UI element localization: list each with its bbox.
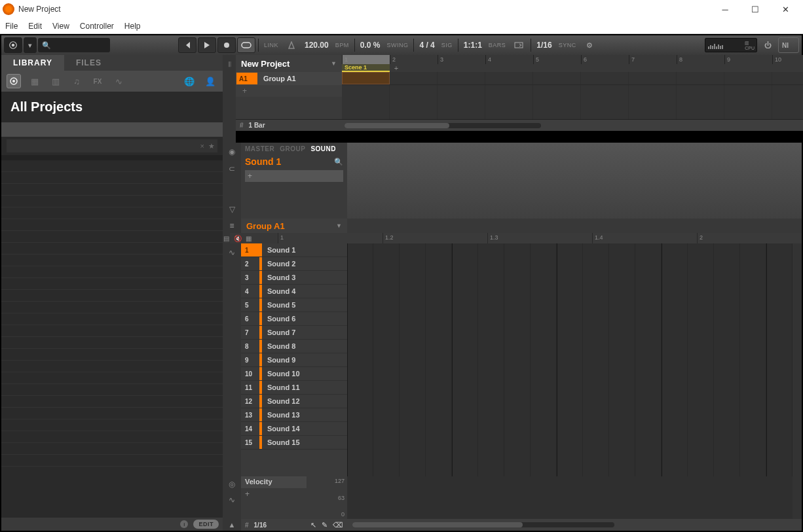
menu-view[interactable]: View bbox=[52, 22, 69, 31]
tab-group[interactable]: GROUP bbox=[280, 145, 305, 152]
sound-row[interactable]: 8Sound 8 bbox=[241, 340, 347, 353]
swing-value[interactable]: 0.0 % bbox=[358, 41, 383, 50]
window-maximize-button[interactable]: ☐ bbox=[740, 0, 770, 18]
pad-view-icon[interactable]: ▦ bbox=[246, 235, 252, 242]
sound-row[interactable]: 13Sound 13 bbox=[241, 408, 347, 422]
bpm-value[interactable]: 120.00 bbox=[302, 41, 331, 50]
add-modulation-button[interactable]: + bbox=[241, 488, 347, 500]
velocity-target-icon[interactable]: ◎ bbox=[225, 478, 238, 491]
browser-groups-icon[interactable]: ▦ bbox=[28, 74, 42, 88]
velocity-automation-icon[interactable]: ∿ bbox=[225, 493, 238, 506]
velocity-vscrollbar[interactable] bbox=[793, 476, 802, 519]
sound-row[interactable]: 14Sound 14 bbox=[241, 422, 347, 436]
browser-filter-bar[interactable]: ×★ bbox=[7, 139, 217, 152]
arranger-zoom-label[interactable]: 1 Bar bbox=[249, 122, 265, 129]
sound-header[interactable]: Sound 1 🔍 bbox=[241, 154, 347, 169]
plugin-channel-icon[interactable]: ⊂ bbox=[225, 162, 238, 175]
sound-row[interactable]: 15Sound 15 bbox=[241, 436, 347, 450]
sound-row[interactable]: 5Sound 5 bbox=[241, 298, 347, 312]
velocity-grid[interactable] bbox=[347, 476, 793, 519]
project-name-header[interactable]: New Project ▼ bbox=[236, 55, 342, 72]
sound-row[interactable]: 1Sound 1 bbox=[241, 243, 347, 257]
pattern-view-list-icon[interactable]: ≡ bbox=[223, 219, 241, 233]
edit-button[interactable]: EDIT bbox=[193, 520, 219, 529]
browser-fx-icon[interactable]: FX bbox=[90, 74, 105, 88]
browser-sounds-icon[interactable]: ▥ bbox=[48, 74, 63, 88]
record-button[interactable] bbox=[217, 37, 236, 53]
restart-button[interactable] bbox=[178, 37, 196, 53]
ni-logo[interactable]: NI bbox=[778, 37, 799, 53]
browser-instruments-icon[interactable]: ♫ bbox=[69, 74, 84, 88]
sig-value[interactable]: 4 / 4 bbox=[417, 41, 437, 50]
pattern-clip[interactable] bbox=[342, 72, 390, 84]
arranger-view-icon[interactable]: ⫴ bbox=[223, 58, 236, 71]
favorite-filter-icon[interactable]: ★ bbox=[208, 142, 215, 151]
sound-row[interactable]: 9Sound 9 bbox=[241, 353, 347, 367]
project-dropdown-icon[interactable]: ▼ bbox=[331, 60, 337, 67]
link-label[interactable]: LINK bbox=[261, 42, 281, 48]
pattern-zoom-scrollbar[interactable] bbox=[347, 519, 802, 531]
play-button[interactable] bbox=[198, 37, 216, 53]
pattern-grid-value[interactable]: 1/16 bbox=[254, 522, 267, 529]
power-button[interactable]: ⏻ bbox=[758, 37, 777, 53]
pattern-expand-icon[interactable]: ▲ bbox=[223, 519, 241, 531]
browser-samples-icon[interactable]: ∿ bbox=[111, 74, 126, 88]
pattern-ruler[interactable]: 1 1.2 1.3 1.4 2 bbox=[278, 233, 802, 243]
follow-button[interactable] bbox=[510, 37, 528, 53]
browser-results-list[interactable] bbox=[1, 155, 223, 518]
sound-row[interactable]: 4Sound 4 bbox=[241, 285, 347, 298]
window-minimize-button[interactable]: ─ bbox=[710, 0, 740, 18]
menu-help[interactable]: Help bbox=[124, 22, 141, 31]
pattern-grid-icon[interactable]: # bbox=[245, 522, 249, 529]
pattern-grid[interactable] bbox=[347, 243, 793, 476]
settings-button[interactable]: ⚙ bbox=[580, 37, 599, 53]
clear-filter-icon[interactable]: × bbox=[200, 142, 204, 150]
maschine-logo-button[interactable] bbox=[4, 37, 22, 53]
plugin-power-icon[interactable]: ◉ bbox=[225, 145, 238, 158]
sound-row[interactable]: 12Sound 12 bbox=[241, 395, 347, 408]
search-input[interactable]: 🔍 bbox=[38, 38, 110, 52]
pattern-view-pad-icon[interactable]: ▤ bbox=[223, 233, 230, 243]
sound-browse-icon[interactable]: 🔍 bbox=[334, 158, 343, 166]
arranger-zoom-scrollbar[interactable] bbox=[342, 120, 803, 131]
tab-library[interactable]: LIBRARY bbox=[1, 55, 64, 71]
erase-tool-icon[interactable]: ⌫ bbox=[333, 521, 343, 529]
pattern-group-header[interactable]: Group A1 ▼ bbox=[241, 219, 347, 233]
pattern-vscrollbar[interactable] bbox=[793, 243, 802, 476]
info-button[interactable]: i bbox=[180, 520, 188, 528]
sound-row[interactable]: 7Sound 7 bbox=[241, 326, 347, 340]
arranger-ruler[interactable]: 1 2 3 4 5 6 7 8 9 10 bbox=[342, 55, 803, 72]
sound-row[interactable]: 6Sound 6 bbox=[241, 312, 347, 326]
sound-row[interactable]: 11Sound 11 bbox=[241, 381, 347, 395]
menu-edit[interactable]: Edit bbox=[28, 22, 42, 31]
position-value[interactable]: 1:1:1 bbox=[461, 41, 485, 50]
add-plugin-button[interactable]: + bbox=[245, 170, 343, 182]
grid-icon[interactable]: # bbox=[240, 122, 244, 129]
add-group-button[interactable]: + bbox=[236, 85, 342, 97]
scene-1[interactable]: Scene 1 bbox=[342, 64, 390, 72]
loop-button[interactable] bbox=[237, 37, 255, 53]
metronome-button[interactable] bbox=[282, 37, 301, 53]
menu-controller[interactable]: Controller bbox=[80, 22, 114, 31]
tab-master[interactable]: MASTER bbox=[245, 145, 274, 152]
pencil-tool-icon[interactable]: ✎ bbox=[322, 521, 327, 529]
tab-sound[interactable]: SOUND bbox=[310, 145, 336, 152]
add-scene-button[interactable]: + bbox=[390, 64, 403, 72]
grid-value[interactable]: 1/16 bbox=[534, 41, 554, 50]
mute-icon[interactable]: 🔇 bbox=[234, 235, 242, 242]
tab-files[interactable]: FILES bbox=[64, 55, 113, 71]
menu-file[interactable]: File bbox=[5, 22, 18, 31]
sound-row[interactable]: 2Sound 2 bbox=[241, 257, 347, 271]
browser-world-icon[interactable]: 🌐 bbox=[182, 74, 196, 88]
browser-projects-icon[interactable] bbox=[7, 74, 21, 88]
arranger-grid[interactable] bbox=[342, 72, 803, 119]
browser-user-icon[interactable]: 👤 bbox=[203, 74, 217, 88]
pointer-tool-icon[interactable]: ↖ bbox=[310, 521, 316, 529]
sound-row[interactable]: 3Sound 3 bbox=[241, 271, 347, 285]
sound-row[interactable]: 10Sound 10 bbox=[241, 367, 347, 381]
group-row-a1[interactable]: A1 Group A1 bbox=[236, 72, 342, 85]
waveform-icon[interactable]: ∿ bbox=[225, 246, 238, 259]
velocity-label[interactable]: Velocity bbox=[241, 476, 307, 488]
plugin-collapse-icon[interactable]: ▽ bbox=[225, 203, 238, 216]
pattern-dropdown-icon[interactable]: ▼ bbox=[336, 222, 342, 229]
